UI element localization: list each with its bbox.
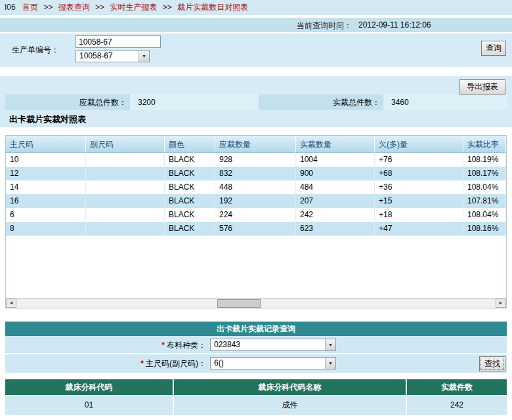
cutting-bed-data-row: 01 成件 242 xyxy=(5,396,507,415)
cell-ratio: 108.17% xyxy=(463,167,506,180)
breadcrumb-separator: >> xyxy=(95,3,104,12)
table-row[interactable]: 8 BLACK 576 623 +47 108.16% xyxy=(6,222,506,236)
col-header-ratio: 实裁比率 xyxy=(463,136,506,153)
cell-diff: +18 xyxy=(375,208,463,222)
cell-ratio: 108.19% xyxy=(463,153,506,167)
horizontal-scrollbar[interactable]: ◄ ► xyxy=(6,298,506,308)
cell-diff: +15 xyxy=(375,194,463,208)
breadcrumb-realtime-report[interactable]: 实时生产报表 xyxy=(110,3,157,12)
cell-diff: +47 xyxy=(375,222,463,236)
fabric-type-row: *布料种类： 023843 ▼ xyxy=(5,336,507,354)
table-row[interactable]: 12 BLACK 832 900 +68 108.17% xyxy=(6,167,506,180)
module-code: I06 xyxy=(5,3,16,12)
summary-totals-row: 应裁总件数： 3200 实裁总件数： 3460 xyxy=(5,94,507,110)
scrollbar-thumb[interactable] xyxy=(217,299,261,308)
cell-main-size: 6 xyxy=(6,208,86,222)
main-size-value: 6() xyxy=(214,358,224,368)
actual-cut-total-value: 3460 xyxy=(383,94,507,110)
cell-should-cut: 224 xyxy=(215,208,296,222)
cell-should-cut: 576 xyxy=(215,222,296,236)
main-size-select[interactable]: 6() ▼ xyxy=(210,357,336,369)
main-size-label: *主尺码(副尺码)： xyxy=(5,358,206,369)
cell-main-size: 16 xyxy=(6,194,86,208)
dropdown-arrow-icon: ▼ xyxy=(325,339,335,350)
export-row: 导出报表 xyxy=(0,76,512,94)
cell-ratio: 108.16% xyxy=(463,222,506,236)
order-number-label: 生产单编号： xyxy=(12,45,59,56)
comparison-table-title: 出卡裁片实裁对照表 xyxy=(0,110,512,127)
query-button[interactable]: 查询 xyxy=(481,41,506,56)
col-header-bed-code: 裁床分科代码 xyxy=(5,379,174,395)
scroll-left-arrow-icon[interactable]: ◄ xyxy=(6,299,16,308)
cell-main-size: 14 xyxy=(6,180,86,194)
table-row[interactable]: 6 BLACK 224 242 +18 108.04% xyxy=(6,208,506,222)
col-header-sub-size: 副尺码 xyxy=(86,136,165,153)
breadcrumb-separator: >> xyxy=(43,3,53,12)
required-asterisk: * xyxy=(140,359,144,368)
cell-color: BLACK xyxy=(165,180,215,194)
cell-sub-size xyxy=(86,153,165,167)
breadcrumb: I06 首页 >> 报表查询 >> 实时生产报表 >> 裁片实裁数目对照表 xyxy=(0,0,512,15)
dropdown-arrow-icon: ▼ xyxy=(139,51,149,62)
table-header-row: 主尺码 副尺码 颜色 应裁数量 实裁数量 欠(多)量 实裁比率 xyxy=(6,136,506,153)
cell-actual-pieces: 242 xyxy=(407,396,507,415)
cell-main-size: 10 xyxy=(6,153,86,167)
col-header-should-cut: 应裁数量 xyxy=(215,136,296,153)
order-number-input[interactable] xyxy=(75,35,161,48)
col-header-bed-name: 裁床分科代码名称 xyxy=(174,379,407,395)
breadcrumb-current-page: 裁片实裁数目对照表 xyxy=(177,3,248,12)
cell-actual-cut: 242 xyxy=(296,208,375,222)
cell-sub-size xyxy=(86,180,165,194)
cell-actual-cut: 1004 xyxy=(296,153,375,167)
fabric-type-select[interactable]: 023843 ▼ xyxy=(210,339,336,351)
fabric-type-value: 023843 xyxy=(214,340,240,349)
cell-diff: +36 xyxy=(375,180,463,194)
breadcrumb-home[interactable]: 首页 xyxy=(22,3,38,12)
cell-bed-code: 01 xyxy=(5,396,174,415)
cutting-bed-table: 裁床分科代码 裁床分科代码名称 实裁件数 01 成件 242 xyxy=(5,379,507,415)
record-query-form: *布料种类： 023843 ▼ *主尺码(副尺码)： 6() ▼ 查找 xyxy=(5,336,507,373)
cell-sub-size xyxy=(86,222,165,236)
cell-actual-cut: 623 xyxy=(296,222,375,236)
table-row[interactable]: 10 BLACK 928 1004 +76 108.19% xyxy=(6,153,506,167)
cell-should-cut: 928 xyxy=(215,153,296,167)
find-button[interactable]: 查找 xyxy=(479,356,505,371)
cell-main-size: 8 xyxy=(6,222,86,236)
export-report-button[interactable]: 导出报表 xyxy=(459,79,505,94)
main-size-label-text: 主尺码(副尺码)： xyxy=(146,359,206,368)
col-header-color: 颜色 xyxy=(165,136,215,153)
col-header-actual-cut: 实裁数量 xyxy=(296,136,375,153)
cutting-bed-header-row: 裁床分科代码 裁床分科代码名称 实裁件数 xyxy=(5,379,507,395)
order-number-select[interactable]: 10058-67 ▼ xyxy=(75,50,150,62)
cell-bed-name: 成件 xyxy=(174,396,407,415)
query-panel: 当前查询时间： 2012-09-11 16:12:06 生产单编号： 10058… xyxy=(0,18,512,67)
cell-should-cut: 448 xyxy=(215,180,296,194)
cell-actual-cut: 484 xyxy=(296,180,375,194)
required-asterisk: * xyxy=(161,341,165,350)
should-cut-total-value: 3200 xyxy=(130,94,259,110)
app-window: I06 首页 >> 报表查询 >> 实时生产报表 >> 裁片实裁数目对照表 当前… xyxy=(0,0,512,420)
query-time-value: 2012-09-11 16:12:06 xyxy=(358,20,431,30)
cell-actual-cut: 900 xyxy=(296,167,375,180)
cell-ratio: 108.04% xyxy=(463,180,506,194)
query-time-row: 当前查询时间： 2012-09-11 16:12:06 xyxy=(0,18,512,33)
breadcrumb-report-query[interactable]: 报表查询 xyxy=(58,3,90,12)
cell-diff: +76 xyxy=(375,153,463,167)
comparison-table: 主尺码 副尺码 颜色 应裁数量 实裁数量 欠(多)量 实裁比率 10 BLACK… xyxy=(5,135,507,308)
fabric-type-label: *布料种类： xyxy=(5,340,206,351)
col-header-diff: 欠(多)量 xyxy=(375,136,463,153)
scroll-right-arrow-icon[interactable]: ► xyxy=(496,299,506,308)
cell-color: BLACK xyxy=(165,222,215,236)
query-time-label: 当前查询时间： xyxy=(297,20,352,32)
cell-actual-cut: 207 xyxy=(296,194,375,208)
fabric-type-label-text: 布料种类： xyxy=(167,341,206,350)
table-row[interactable]: 14 BLACK 448 484 +36 108.04% xyxy=(6,180,506,194)
cell-sub-size xyxy=(86,208,165,222)
dropdown-arrow-icon: ▼ xyxy=(325,358,335,369)
cell-should-cut: 832 xyxy=(215,167,296,180)
breadcrumb-separator: >> xyxy=(163,3,172,12)
cell-should-cut: 192 xyxy=(215,194,296,208)
table-row[interactable]: 16 BLACK 192 207 +15 107.81% xyxy=(6,194,506,208)
summary-panel: 导出报表 应裁总件数： 3200 实裁总件数： 3460 出卡裁片实裁对照表 xyxy=(0,76,512,127)
cell-sub-size xyxy=(86,167,165,180)
